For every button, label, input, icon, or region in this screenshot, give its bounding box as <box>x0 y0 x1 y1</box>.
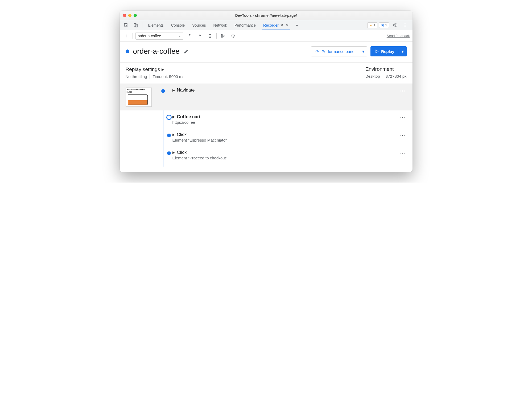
steps-list: Espresso Macchiato $12.00 ▶Navigate ⋮ ▶C… <box>120 84 413 172</box>
tab-label: Performance <box>234 23 256 27</box>
svg-rect-3 <box>221 34 222 37</box>
warning-icon: ▲ <box>369 23 373 27</box>
tabs-overflow-icon[interactable]: » <box>294 20 300 30</box>
thumb-price: $12.00 <box>127 91 151 93</box>
step-subtitle: Element "Proceed to checkout" <box>172 156 394 160</box>
caret-right-icon: ▶ <box>172 151 175 154</box>
warning-count: 1 <box>374 23 376 27</box>
new-recording-icon[interactable] <box>122 32 130 40</box>
caret-right-icon: ▶ <box>172 88 175 92</box>
step-subtitle: Element "Espresso Macchiato" <box>172 138 394 142</box>
titlebar: DevTools - chrome://new-tab-page/ <box>120 11 413 20</box>
toolbar-right: ▲ 1 ▣ 1 ⋮ <box>367 20 410 30</box>
window-title: DevTools - chrome://new-tab-page/ <box>120 13 413 18</box>
chevron-right-icon: ▸ <box>162 66 164 72</box>
send-feedback-link[interactable]: Send feedback <box>387 34 410 38</box>
gauge-icon <box>315 49 320 54</box>
tab-performance[interactable]: Performance <box>231 20 259 30</box>
step-subtitle: https://coffee <box>172 120 394 125</box>
step-menu-icon[interactable]: ⋮ <box>399 132 407 139</box>
more-icon[interactable]: ⋮ <box>401 23 409 28</box>
timeline-node-icon <box>161 89 165 93</box>
tab-label: Console <box>171 23 185 27</box>
tab-recorder[interactable]: Recorder ⚗ ✕ <box>259 20 292 30</box>
dropdown-icon[interactable]: ▾ <box>399 49 407 54</box>
timeout-value: Timeout: 5000 ms <box>152 74 184 79</box>
step-row[interactable]: Espresso Macchiato $12.00 ▶Navigate ⋮ <box>120 84 413 110</box>
chevron-down-icon: ⌄ <box>178 34 181 38</box>
export-icon[interactable] <box>186 32 193 40</box>
svg-point-4 <box>233 37 233 38</box>
divider <box>142 22 142 28</box>
tab-elements[interactable]: Elements <box>145 20 167 30</box>
timeline-node-icon <box>166 115 172 120</box>
step-row[interactable]: ▶Coffee cart https://coffee ⋮ <box>126 110 407 128</box>
environment-settings: Environment Desktop 372×804 px <box>365 66 407 79</box>
tab-sources[interactable]: Sources <box>188 20 209 30</box>
step-row[interactable]: ▶Click Element "Espresso Macchiato" ⋮ <box>126 128 407 146</box>
step-menu-icon[interactable]: ⋮ <box>399 88 407 95</box>
button-label: Performance panel <box>322 49 356 54</box>
import-icon[interactable] <box>196 32 204 40</box>
play-icon <box>375 49 379 53</box>
replay-settings: Replay settings ▸ No throttling Timeout:… <box>126 66 184 79</box>
performance-panel-button[interactable]: Performance panel ▾ <box>311 46 368 56</box>
recording-dot-icon <box>126 49 129 53</box>
recorder-toolbar: order-a-coffee ⌄ Send feedback <box>120 30 413 42</box>
step-title: Coffee cart <box>177 114 201 119</box>
device-value: Desktop <box>365 74 380 79</box>
tab-label: Network <box>213 23 227 27</box>
tab-label: Elements <box>148 23 164 27</box>
device-toggle-icon[interactable] <box>131 20 140 30</box>
step-menu-icon[interactable]: ⋮ <box>399 150 407 157</box>
message-icon: ▣ <box>381 23 384 27</box>
divider <box>383 74 383 79</box>
close-tab-icon[interactable]: ✕ <box>286 23 289 27</box>
delete-icon[interactable] <box>206 32 214 40</box>
step-menu-icon[interactable]: ⋮ <box>399 114 407 121</box>
recording-selector[interactable]: order-a-coffee ⌄ <box>135 32 183 40</box>
tab-console[interactable]: Console <box>167 20 188 30</box>
flask-icon: ⚗ <box>280 23 283 27</box>
dropdown-icon[interactable]: ▾ <box>359 49 367 54</box>
viewport-size: 372×804 px <box>386 74 407 79</box>
messages-badge[interactable]: ▣ 1 <box>379 22 389 28</box>
cup-icon <box>128 94 148 105</box>
inspect-icon[interactable] <box>122 20 130 30</box>
step-thumbnail: Espresso Macchiato $12.00 <box>126 88 152 107</box>
throttling-value: No throttling <box>126 74 147 79</box>
tab-network[interactable]: Network <box>210 20 231 30</box>
tabs: Elements Console Sources Network Perform… <box>145 20 292 30</box>
warnings-badge[interactable]: ▲ 1 <box>367 22 377 28</box>
step-title: Click <box>177 132 187 137</box>
divider <box>133 33 133 39</box>
replay-button[interactable]: Replay ▾ <box>370 46 406 56</box>
step-title: Navigate <box>177 88 195 93</box>
step-title: Click <box>177 150 187 155</box>
devtools-tab-strip: Elements Console Sources Network Perform… <box>120 20 413 30</box>
timeline-node-icon <box>167 134 171 137</box>
step-row[interactable]: ▶Click Element "Proceed to checkout" ⋮ <box>126 146 407 164</box>
timeline-node-icon <box>167 151 171 155</box>
recording-title: order-a-coffee <box>133 47 180 56</box>
devtools-window: DevTools - chrome://new-tab-page/ Elemen… <box>120 11 413 172</box>
replay-settings-heading[interactable]: Replay settings ▸ <box>126 66 184 72</box>
tab-label: Recorder <box>263 23 279 27</box>
environment-heading: Environment <box>365 66 407 72</box>
step-over-icon[interactable] <box>229 32 237 40</box>
caret-right-icon: ▶ <box>172 133 175 137</box>
divider <box>216 33 217 39</box>
divider <box>150 74 150 79</box>
tab-label: Sources <box>192 23 206 27</box>
recording-header: order-a-coffee Performance panel ▾ Repla… <box>120 42 413 63</box>
settings-icon[interactable] <box>391 23 399 28</box>
step-play-icon[interactable] <box>219 32 227 40</box>
message-count: 1 <box>385 23 387 27</box>
edit-title-icon[interactable] <box>183 49 189 54</box>
button-label: Replay <box>381 49 394 54</box>
recording-name: order-a-coffee <box>138 34 161 38</box>
thumb-title: Espresso Macchiato <box>127 89 151 90</box>
caret-right-icon: ▶ <box>172 115 175 119</box>
settings-row: Replay settings ▸ No throttling Timeout:… <box>120 63 413 84</box>
